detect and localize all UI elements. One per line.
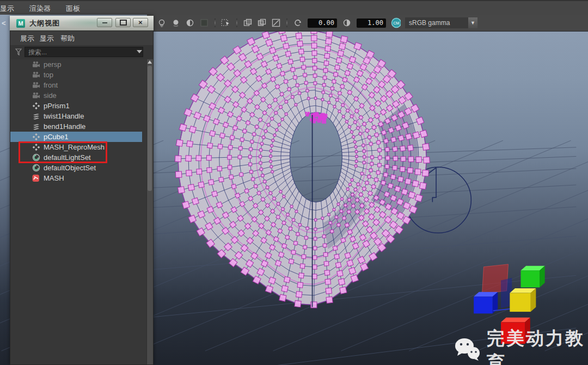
- set-icon: [32, 164, 41, 172]
- svg-text:CM: CM: [394, 21, 400, 25]
- outliner-item-side[interactable]: side: [10, 90, 142, 101]
- outliner-item-twist1Handle[interactable]: twist1Handle: [10, 111, 142, 121]
- search-dropdown-icon[interactable]: [137, 50, 142, 53]
- outliner-item-MASH[interactable]: MASH: [10, 173, 142, 183]
- toolbar-separator: [236, 18, 237, 27]
- maya-application: 显示 渲染器 面板 < 完美动力教育: [0, 0, 588, 365]
- outliner-item-label: persp: [44, 60, 62, 69]
- outliner-item-label: top: [44, 71, 53, 79]
- grease-pencil-icon[interactable]: [271, 18, 281, 28]
- outliner-titlebar[interactable]: M 大纲视图 ✕: [10, 16, 154, 30]
- collapse-panel-chevron-icon[interactable]: <: [2, 19, 6, 27]
- toolbar-separator: [215, 18, 216, 27]
- deformer-icon: [32, 122, 41, 131]
- outliner-menu-help[interactable]: 帮助: [60, 34, 75, 44]
- toolbar-separator: [286, 18, 287, 27]
- outliner-item-label: MASH: [44, 174, 64, 182]
- outliner-item-label: pCube1: [44, 133, 69, 141]
- outliner-item-MASH_ReproMesh[interactable]: MASH_ReproMesh: [10, 142, 142, 152]
- outliner-item-bend1Handle[interactable]: bend1Handle: [10, 121, 142, 132]
- maya-logo-icon: M: [16, 19, 25, 28]
- color-management-icon[interactable]: CM: [391, 18, 401, 28]
- exposure-field[interactable]: 0.00: [308, 18, 337, 28]
- shadows-icon[interactable]: [171, 18, 181, 28]
- camera-icon: [32, 60, 41, 69]
- motion-blur-icon[interactable]: [199, 18, 209, 28]
- outliner-body: 展示 显示 帮助 persptopfrontsidepPrism1twist1H…: [10, 30, 154, 365]
- minimize-button[interactable]: [97, 18, 112, 27]
- watermark: 完美动力教育: [453, 326, 588, 365]
- viewport-toolbar: 0.00 1.00 CM sRGB gamma ▼: [147, 15, 588, 32]
- outliner-item-label: twist1Handle: [44, 112, 84, 120]
- outliner-item-persp[interactable]: persp: [10, 59, 142, 70]
- outliner-search-row: [10, 45, 153, 59]
- xray-joints-icon[interactable]: [257, 18, 267, 28]
- gamma-icon[interactable]: [342, 18, 352, 28]
- outliner-item-label: MASH_ReproMesh: [44, 143, 105, 151]
- outliner-list: persptopfrontsidepPrism1twist1Handlebend…: [10, 59, 142, 183]
- xray-icon[interactable]: [243, 18, 253, 28]
- exposure-icon[interactable]: [293, 18, 303, 28]
- outliner-title: 大纲视图: [29, 18, 60, 28]
- outliner-item-defaultLightSet[interactable]: defaultLightSet: [10, 152, 142, 163]
- set-icon: [32, 153, 41, 162]
- outliner-item-front[interactable]: front: [10, 80, 142, 90]
- outliner-item-pCube1[interactable]: pCube1: [10, 132, 142, 142]
- scroll-up-icon[interactable]: [148, 60, 152, 64]
- filter-icon[interactable]: [15, 48, 22, 58]
- outliner-item-label: bend1Handle: [44, 122, 85, 131]
- isolate-select-icon[interactable]: [221, 18, 231, 28]
- poly-mesh-icon: [32, 143, 41, 151]
- menu-renderer[interactable]: 渲染器: [22, 4, 58, 14]
- watermark-text: 完美动力教育: [487, 326, 588, 365]
- outliner-item-top[interactable]: top: [10, 70, 142, 80]
- ambient-occlusion-icon[interactable]: [185, 18, 195, 28]
- deformer-icon: [32, 112, 41, 120]
- search-input[interactable]: [24, 47, 143, 57]
- mash-mesh[interactable]: [175, 24, 430, 308]
- outliner-item-pPrism1[interactable]: pPrism1: [10, 101, 142, 111]
- camera-icon: [32, 71, 41, 79]
- outliner-menubar: 展示 显示 帮助: [10, 31, 153, 46]
- maximize-button[interactable]: [115, 18, 131, 27]
- lighting-icon[interactable]: [157, 18, 167, 28]
- view-transform-field[interactable]: sRGB gamma: [405, 17, 468, 28]
- gamma-field[interactable]: 1.00: [357, 18, 386, 28]
- outliner-item-label: defaultLightSet: [44, 153, 91, 162]
- outliner-scrollbar[interactable]: [146, 59, 153, 364]
- view-transform-dropdown-icon[interactable]: ▼: [468, 17, 477, 28]
- outliner-menu-show[interactable]: 显示: [40, 34, 54, 44]
- poly-mesh-icon: [32, 133, 41, 141]
- outliner-item-label: front: [44, 81, 58, 89]
- outliner-item-label: side: [44, 91, 57, 100]
- menu-panels[interactable]: 面板: [58, 4, 88, 14]
- outliner-item-defaultObjectSet[interactable]: defaultObjectSet: [10, 163, 142, 173]
- outliner-item-label: defaultObjectSet: [44, 164, 96, 172]
- outliner-window: M 大纲视图 ✕ 展示 显示 帮助 persptopfrontsidepPris…: [10, 16, 154, 365]
- outliner-item-label: pPrism1: [44, 102, 70, 110]
- camera-icon: [32, 91, 41, 100]
- menu-show[interactable]: 显示: [0, 4, 22, 14]
- wechat-icon: [453, 337, 481, 365]
- outliner-menu-display[interactable]: 展示: [20, 34, 34, 44]
- mash-icon: [32, 174, 41, 182]
- camera-icon: [32, 81, 41, 89]
- poly-mesh-icon: [32, 102, 41, 110]
- scrollbar-thumb[interactable]: [148, 66, 152, 191]
- panel-menu-bar: 显示 渲染器 面板: [0, 0, 588, 16]
- close-button[interactable]: ✕: [133, 18, 148, 27]
